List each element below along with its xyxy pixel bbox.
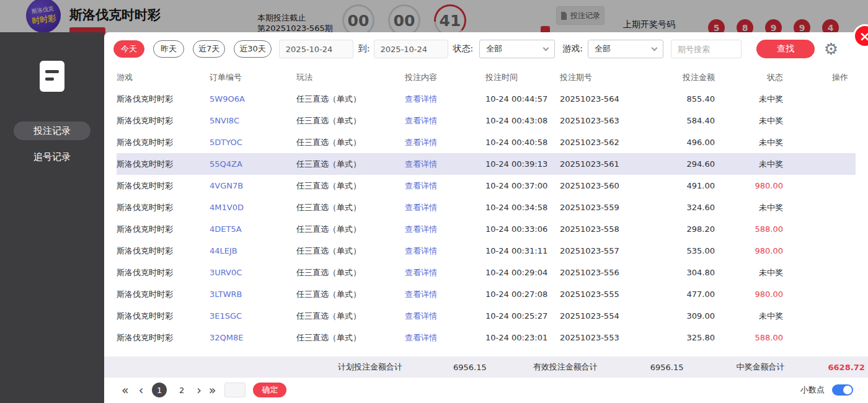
column-header: 玩法 <box>296 67 405 88</box>
order-link[interactable]: 4VGN7B <box>210 181 243 190</box>
next-page-button[interactable]: › <box>197 384 202 396</box>
view-detail-link[interactable]: 查看详情 <box>405 94 437 104</box>
cell-issue: 20251023-561 <box>560 153 653 175</box>
cell-time: 10-24 00:37:00 <box>485 175 560 197</box>
sidebar-item[interactable]: 投注记录 <box>14 122 91 140</box>
view-detail-link[interactable]: 查看详情 <box>405 203 437 212</box>
table-row: 斯洛伐克时时彩5NVI8C任三直选（单式）查看详情10-24 00:43:082… <box>117 110 856 131</box>
quick-filter-button[interactable]: 昨天 <box>153 40 184 58</box>
order-link[interactable]: 5NVI8C <box>210 116 239 125</box>
view-detail-link[interactable]: 查看详情 <box>405 246 437 255</box>
cell-play: 任三直选（单式） <box>296 327 405 348</box>
view-detail-link[interactable]: 查看详情 <box>405 116 437 125</box>
page-number[interactable]: 2 <box>174 383 189 397</box>
win-total-label: 中奖金额合计 <box>737 361 785 373</box>
view-detail-link[interactable]: 查看详情 <box>405 159 437 169</box>
cell-game: 斯洛伐克时时彩 <box>117 305 210 327</box>
cell-status: 980.00 <box>715 283 783 305</box>
quick-filter-button[interactable]: 今天 <box>113 40 144 58</box>
cell-play: 任三直选（单式） <box>296 197 405 218</box>
cell-time: 10-24 00:25:27 <box>485 305 560 327</box>
issue-search-input[interactable] <box>671 40 742 58</box>
cell-amount: 324.60 <box>653 197 715 218</box>
cell-amount: 309.00 <box>653 305 715 327</box>
cell-game: 斯洛伐克时时彩 <box>117 327 210 348</box>
last-page-button[interactable]: » <box>209 384 216 396</box>
cell-detail: 查看详情 <box>405 218 485 240</box>
table-row: 斯洛伐克时时彩4M1V0D任三直选（单式）查看详情10-24 00:34:582… <box>117 197 856 218</box>
cell-amount: 304.80 <box>653 262 715 283</box>
date-to-input[interactable] <box>374 40 448 58</box>
view-detail-link[interactable]: 查看详情 <box>405 268 437 277</box>
cell-order: 5NVI8C <box>210 110 296 131</box>
order-link[interactable]: 55Q4ZA <box>210 159 242 169</box>
gear-icon[interactable]: ⚙ <box>824 41 838 57</box>
cell-game: 斯洛伐克时时彩 <box>117 283 210 305</box>
cell-issue: 20251023-559 <box>560 197 653 218</box>
cell-operation <box>783 240 856 262</box>
table-row: 斯洛伐克时时彩55Q4ZA任三直选（单式）查看详情10-24 00:39:132… <box>117 153 856 175</box>
order-link[interactable]: 4DET5A <box>210 224 242 234</box>
cell-detail: 查看详情 <box>405 88 485 110</box>
cell-detail: 查看详情 <box>405 283 485 305</box>
decimal-toggle[interactable] <box>832 384 853 396</box>
cell-order: 4M1V0D <box>210 197 296 218</box>
page-jump-input[interactable] <box>224 383 246 397</box>
order-link[interactable]: 44LEJB <box>210 246 237 255</box>
order-link[interactable]: 3LTWRB <box>210 290 242 299</box>
confirm-button[interactable]: 确定 <box>253 383 286 397</box>
cell-detail: 查看详情 <box>405 197 485 218</box>
side-menu: 投注记录追号记录 <box>0 32 104 403</box>
view-detail-link[interactable]: 查看详情 <box>405 181 437 190</box>
cell-time: 10-24 00:23:01 <box>485 327 560 348</box>
view-detail-link[interactable]: 查看详情 <box>405 224 437 234</box>
table-row: 斯洛伐克时时彩5W9O6A任三直选（单式）查看详情10-24 00:44:572… <box>117 88 856 110</box>
cell-status: 未中奖 <box>715 197 783 218</box>
cell-time: 10-24 00:34:58 <box>485 197 560 218</box>
order-link[interactable]: 3E1SGC <box>210 311 242 321</box>
cell-play: 任三直选（单式） <box>296 218 405 240</box>
view-detail-link[interactable]: 查看详情 <box>405 290 437 299</box>
page-number[interactable]: 1 <box>152 383 167 397</box>
prev-page-button[interactable]: ‹ <box>139 384 144 396</box>
order-link[interactable]: 3URV0C <box>210 268 242 277</box>
cell-detail: 查看详情 <box>405 110 485 131</box>
table-row: 斯洛伐克时时彩4VGN7B任三直选（单式）查看详情10-24 00:37:002… <box>117 175 856 197</box>
cell-game: 斯洛伐克时时彩 <box>117 131 210 153</box>
cell-game: 斯洛伐克时时彩 <box>117 110 210 131</box>
cell-operation <box>783 197 856 218</box>
view-detail-link[interactable]: 查看详情 <box>405 333 437 342</box>
order-link[interactable]: 5DTYOC <box>210 138 242 147</box>
column-header: 投注内容 <box>405 67 485 88</box>
order-link[interactable]: 5W9O6A <box>210 94 245 104</box>
cell-amount: 491.00 <box>653 175 715 197</box>
cell-operation <box>783 110 856 131</box>
view-detail-link[interactable]: 查看详情 <box>405 138 437 147</box>
cell-status: 未中奖 <box>715 110 783 131</box>
table-row: 斯洛伐克时时彩5DTYOC任三直选（单式）查看详情10-24 00:40:582… <box>117 131 856 153</box>
order-link[interactable]: 4M1V0D <box>210 203 244 212</box>
cell-game: 斯洛伐克时时彩 <box>117 218 210 240</box>
game-select[interactable]: 全部 <box>588 40 663 58</box>
pagination-bar: « ‹ 12 › » 确定 小数点 <box>104 378 868 402</box>
cell-amount: 584.40 <box>653 110 715 131</box>
cell-order: 32QM8E <box>210 327 296 348</box>
cell-status: 980.00 <box>715 175 783 197</box>
bet-records-modal: 今天昨天近7天近30天 到: 状态: 全部 游戏: 全部 查找 ⚙ 游戏订单编号… <box>104 32 868 403</box>
order-link[interactable]: 32QM8E <box>210 333 243 342</box>
cell-play: 任三直选（单式） <box>296 240 405 262</box>
cell-issue: 20251023-560 <box>560 175 653 197</box>
cell-order: 3URV0C <box>210 262 296 283</box>
sidebar-item[interactable]: 追号记录 <box>14 148 91 166</box>
cell-issue: 20251023-556 <box>560 262 653 283</box>
view-detail-link[interactable]: 查看详情 <box>405 311 437 321</box>
date-from-input[interactable] <box>279 40 353 58</box>
status-select[interactable]: 全部 <box>479 40 555 58</box>
search-button[interactable]: 查找 <box>756 40 815 58</box>
quick-filter-button[interactable]: 近7天 <box>193 40 225 58</box>
first-page-button[interactable]: « <box>122 384 129 396</box>
cell-play: 任三直选（单式） <box>296 262 405 283</box>
records-tbody: 斯洛伐克时时彩5W9O6A任三直选（单式）查看详情10-24 00:44:572… <box>117 88 856 348</box>
quick-filter-button[interactable]: 近30天 <box>234 40 272 58</box>
cell-order: 55Q4ZA <box>210 153 296 175</box>
